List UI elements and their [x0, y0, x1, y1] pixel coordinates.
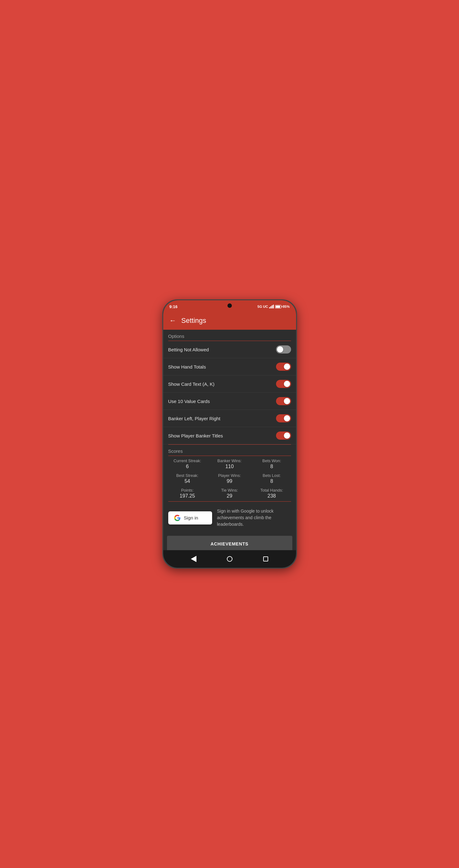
score-title-total-hands: Total Hands: [253, 488, 291, 493]
option-row-card-text: Show Card Text (A, K) [163, 375, 296, 393]
toggle-player-banker-titles[interactable] [276, 432, 291, 440]
option-label-betting: Betting Not Allowed [168, 347, 209, 352]
score-cell-bets-lost: Bets Lost: 8 [253, 473, 291, 484]
score-cell-current-streak: Current Streak: 6 [168, 458, 207, 469]
battery-icon [275, 305, 281, 308]
home-button[interactable] [227, 556, 232, 562]
score-cell-banker-wins: Banker Wins: 110 [210, 458, 249, 469]
signal-bar-3 [271, 305, 272, 308]
score-title-points: Points: [168, 488, 207, 493]
camera-notch [227, 303, 232, 308]
option-label-card-text: Show Card Text (A, K) [168, 381, 214, 387]
toggle-10-value[interactable] [276, 397, 291, 405]
signin-section: Sign in Sign in with Google to unlock ac… [163, 502, 296, 534]
google-logo-icon [174, 515, 181, 521]
option-label-banker-left: Banker Left, Player Right [168, 416, 221, 421]
option-label-hand-totals: Show Hand Totals [168, 364, 206, 370]
signal-bar-4 [273, 305, 274, 308]
phone-frame: 9:16 5G UC 85% ← Set [162, 299, 297, 569]
battery-body [275, 305, 281, 308]
option-row-banker-left: Banker Left, Player Right [163, 410, 296, 427]
signal-bar-1 [269, 307, 270, 308]
option-row-hand-totals: Show Hand Totals [163, 358, 296, 375]
toggle-knob-10-value [284, 398, 290, 404]
score-title-current-streak: Current Streak: [168, 458, 207, 463]
achievements-button[interactable]: ACHIEVEMENTS [167, 536, 292, 550]
toggle-hand-totals[interactable] [276, 363, 291, 371]
options-section: Options Betting Not Allowed Show Hand To… [163, 330, 296, 445]
status-icons: 5G UC 85% [258, 305, 290, 308]
score-value-player-wins: 99 [210, 478, 249, 484]
battery-percent: 85% [283, 305, 289, 308]
option-row-betting: Betting Not Allowed [163, 341, 296, 358]
option-row-player-banker-titles: Show Player Banker Titles [163, 427, 296, 444]
scores-section: Scores Current Streak: 6 Banker Wins: 11… [163, 445, 296, 502]
score-value-current-streak: 6 [168, 464, 207, 469]
score-cell-points: Points: 197.25 [168, 488, 207, 499]
toggle-knob-betting [277, 346, 283, 352]
status-bar: 9:16 5G UC 85% [163, 300, 296, 312]
toggle-knob-hand-totals [284, 364, 290, 370]
score-value-total-hands: 238 [253, 493, 291, 499]
options-section-label: Options [163, 330, 296, 341]
score-title-player-wins: Player Wins: [210, 473, 249, 478]
toggle-banker-left[interactable] [276, 414, 291, 423]
score-cell-tie-wins: Tie Wins: 29 [210, 488, 249, 499]
app-header: ← Settings [163, 312, 296, 330]
back-arrow-icon[interactable]: ← [168, 315, 178, 326]
score-value-tie-wins: 29 [210, 493, 249, 499]
score-cell-player-wins: Player Wins: 99 [210, 473, 249, 484]
score-title-tie-wins: Tie Wins: [210, 488, 249, 493]
google-signin-button[interactable]: Sign in [168, 512, 212, 525]
score-value-bets-won: 8 [253, 464, 291, 469]
back-icon [191, 556, 196, 562]
score-title-bets-won: Bets Won: [253, 458, 291, 463]
scores-grid: Current Streak: 6 Banker Wins: 110 Bets … [163, 456, 296, 501]
score-cell-total-hands: Total Hands: 238 [253, 488, 291, 499]
score-title-banker-wins: Banker Wins: [210, 458, 249, 463]
option-row-10-value: Use 10 Value Cards [163, 393, 296, 410]
toggle-betting[interactable] [276, 345, 291, 353]
option-label-player-banker-titles: Show Player Banker Titles [168, 433, 223, 438]
signal-bar-2 [270, 306, 271, 308]
score-value-best-streak: 54 [168, 478, 207, 484]
recents-icon [263, 556, 268, 561]
option-label-10-value: Use 10 Value Cards [168, 399, 210, 404]
bottom-nav [163, 550, 296, 568]
home-icon [227, 556, 232, 562]
recents-button[interactable] [263, 556, 268, 561]
page-title: Settings [181, 317, 206, 325]
toggle-card-text[interactable] [276, 380, 291, 388]
toggle-knob-player-banker-titles [284, 432, 290, 439]
score-title-bets-lost: Bets Lost: [253, 473, 291, 478]
score-value-points: 197.25 [168, 493, 207, 499]
toggle-knob-banker-left [284, 415, 290, 422]
score-value-banker-wins: 110 [210, 464, 249, 469]
status-time: 9:16 [170, 304, 178, 309]
battery-fill [276, 306, 280, 308]
score-cell-best-streak: Best Streak: 54 [168, 473, 207, 484]
google-signin-label: Sign in [184, 515, 198, 520]
content-scroll[interactable]: Options Betting Not Allowed Show Hand To… [163, 330, 296, 550]
toggle-knob-card-text [284, 381, 290, 387]
back-button[interactable] [191, 556, 196, 562]
scores-section-label: Scores [163, 445, 296, 456]
score-value-bets-lost: 8 [253, 478, 291, 484]
score-title-best-streak: Best Streak: [168, 473, 207, 478]
network-label: 5G UC [258, 305, 268, 308]
score-cell-bets-won: Bets Won: 8 [253, 458, 291, 469]
signin-description: Sign in with Google to unlock achievemen… [217, 508, 291, 528]
signal-icon [269, 305, 274, 308]
